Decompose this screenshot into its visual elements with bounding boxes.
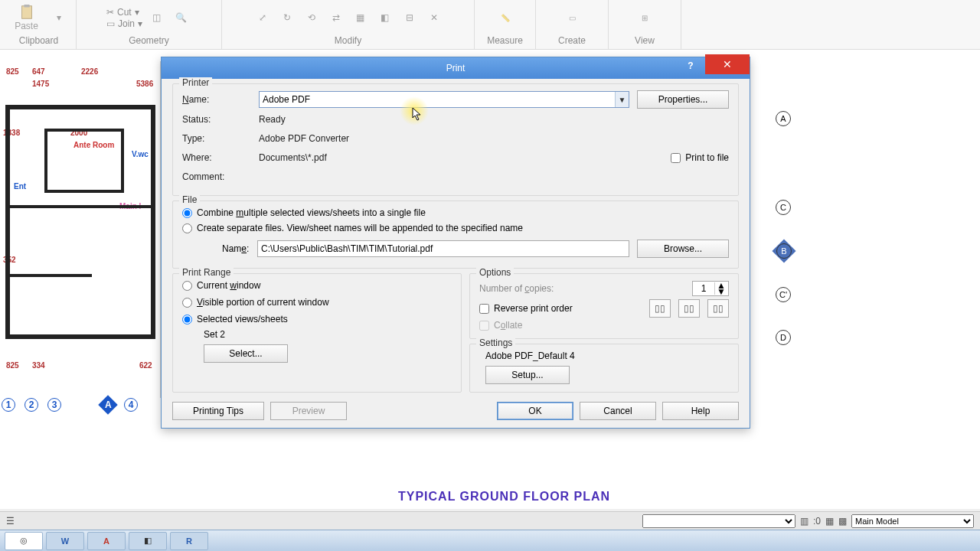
grid-Cprime: C' — [776, 287, 791, 302]
options-title: Options — [476, 267, 514, 278]
svg-rect-3 — [46, 130, 122, 191]
spin-down-icon[interactable]: ▼ — [717, 289, 726, 295]
paste-button[interactable]: Paste — [8, 2, 45, 33]
svg-rect-2 — [8, 107, 153, 337]
view-button[interactable]: ⊞ — [626, 2, 663, 33]
visible-portion-radio[interactable]: Visible portion of current window — [182, 297, 452, 308]
reverse-print-checkbox[interactable]: Reverse print order — [479, 303, 573, 314]
help-icon[interactable]: ? — [679, 57, 702, 74]
type-value: Adobe PDF Converter — [259, 133, 349, 144]
select-button[interactable]: Select... — [204, 344, 288, 363]
modify-btn-7[interactable]: ⊟ — [399, 7, 420, 28]
dim-1475: 1475 — [32, 80, 49, 88]
settings-group: Settings Adobe PDF_Default 4 Setup... — [469, 344, 739, 393]
grid-A: A — [776, 111, 791, 126]
current-window-radio[interactable]: Current window — [182, 280, 452, 291]
join-geometry-button[interactable]: ▭ Join ▾ — [106, 18, 142, 29]
paste-label: Paste — [15, 21, 38, 31]
dim-825a: 825 — [6, 67, 19, 76]
combine-radio[interactable]: Combine multiple selected views/sheets i… — [182, 207, 729, 218]
modify-btn-3[interactable]: ⟲ — [301, 7, 322, 28]
printing-tips-button[interactable]: Printing Tips — [172, 402, 264, 420]
clipboard-small-button[interactable]: ▾ — [48, 7, 70, 28]
printer-name-label: Name: — [182, 94, 259, 105]
taskbar: ◎ W A ◧ R — [0, 530, 980, 551]
drawing-title: TYPICAL GROUND FLOOR PLAN — [398, 490, 610, 504]
file-group-title: File — [179, 194, 200, 205]
where-label: Where: — [182, 152, 259, 163]
file-name-label: Name: — [222, 243, 257, 254]
settings-preset: Adobe PDF_Default 4 — [479, 350, 729, 361]
help-button[interactable]: Help — [662, 402, 739, 420]
view-toggle-1[interactable]: ▦ — [825, 516, 834, 527]
cut-geometry-button[interactable]: ✂ Cut ▾ — [106, 7, 142, 18]
dim-2226: 2226 — [81, 67, 98, 76]
preview-button: Preview — [270, 402, 347, 420]
type-label: Type: — [182, 133, 259, 144]
measure-group-label: Measure — [487, 34, 523, 47]
copies-value[interactable] — [693, 283, 714, 294]
close-button[interactable]: ✕ — [705, 54, 750, 74]
print-to-file-checkbox[interactable]: Print to file — [671, 152, 729, 163]
grid-1: 1 — [2, 398, 15, 412]
dim-647: 647 — [32, 67, 45, 76]
printer-name-value: Adobe PDF — [263, 94, 310, 105]
modify-btn-4[interactable]: ⇄ — [325, 7, 347, 28]
dialog-footer: Printing Tips Preview OK Cancel Help — [172, 402, 739, 420]
print-dialog: Print ? ✕ Printer Name: Adobe PDF ▼ Prop… — [161, 57, 750, 429]
taskbar-chrome[interactable]: ◎ — [5, 532, 43, 550]
properties-button[interactable]: Properties... — [637, 90, 729, 109]
taskbar-app4[interactable]: ◧ — [129, 532, 167, 550]
setup-button[interactable]: Setup... — [485, 366, 570, 384]
separate-radio[interactable]: Create separate files. View/sheet names … — [182, 223, 729, 233]
file-name-input[interactable] — [257, 240, 629, 257]
printer-group: Printer Name: Adobe PDF ▼ Properties... … — [172, 83, 739, 196]
dim-622: 622 — [139, 361, 152, 370]
grid-C: C — [776, 200, 791, 215]
grid-4: 4 — [124, 398, 138, 412]
dim-825b: 825 — [6, 361, 19, 370]
print-range-title: Print Range — [179, 267, 234, 278]
measure-button[interactable]: 📏 — [487, 2, 524, 33]
comment-label: Comment: — [182, 171, 259, 182]
main-model-combo[interactable]: Main Model — [851, 514, 974, 528]
ok-button[interactable]: OK — [497, 402, 573, 420]
grid-2: 2 — [24, 398, 38, 412]
dialog-titlebar[interactable]: Print ? ✕ — [162, 57, 750, 79]
clipboard-group-label: Clipboard — [19, 34, 58, 47]
cancel-button[interactable]: Cancel — [580, 402, 656, 420]
grid-B-diamond: B — [772, 239, 795, 262]
view-toggle-2[interactable]: ▩ — [838, 516, 847, 527]
file-group: File Combine multiple selected views/she… — [172, 201, 739, 269]
copies-spinner[interactable]: ▲▼ — [692, 281, 729, 296]
collate-icon-1: ▯▯ — [649, 299, 671, 318]
dialog-title: Print — [446, 63, 466, 73]
status-combo-1[interactable] — [642, 514, 795, 528]
geometry-group-label: Geometry — [129, 34, 169, 47]
taskbar-autocad[interactable]: A — [87, 532, 126, 550]
browse-button[interactable]: Browse... — [637, 240, 729, 258]
modify-btn-2[interactable]: ↻ — [276, 7, 298, 28]
collate-checkbox: Collate — [479, 320, 729, 331]
create-group-label: Create — [558, 34, 586, 47]
options-group: Options Number of copies: ▲▼ Reverse pri… — [469, 273, 739, 339]
create-button[interactable]: ▭ — [554, 2, 590, 33]
taskbar-revit[interactable]: R — [170, 532, 208, 550]
taskbar-word[interactable]: W — [46, 532, 84, 550]
status-bar: ☰ ▥ :0 ▦ ▩ Main Model — [0, 511, 980, 530]
settings-title: Settings — [476, 337, 515, 348]
selected-views-radio[interactable]: Selected views/sheets — [182, 314, 452, 324]
collate-icon-3: ▯▯ — [707, 299, 729, 318]
modify-btn-1[interactable]: ⤢ — [252, 7, 273, 28]
view-group-label: View — [635, 34, 655, 47]
filter-icon[interactable]: ▥ — [800, 516, 808, 527]
status-icon: ☰ — [6, 516, 15, 527]
chevron-down-icon[interactable]: ▼ — [615, 92, 629, 107]
modify-btn-5[interactable]: ▦ — [350, 7, 371, 28]
modify-btn-6[interactable]: ◧ — [374, 7, 396, 28]
geometry-extra-2[interactable]: 🔍 — [170, 7, 191, 28]
dim-334: 334 — [32, 361, 45, 370]
geometry-extra-1[interactable]: ◫ — [145, 7, 167, 28]
modify-btn-8[interactable]: ✕ — [423, 7, 445, 28]
printer-name-combo[interactable]: Adobe PDF ▼ — [259, 91, 629, 108]
